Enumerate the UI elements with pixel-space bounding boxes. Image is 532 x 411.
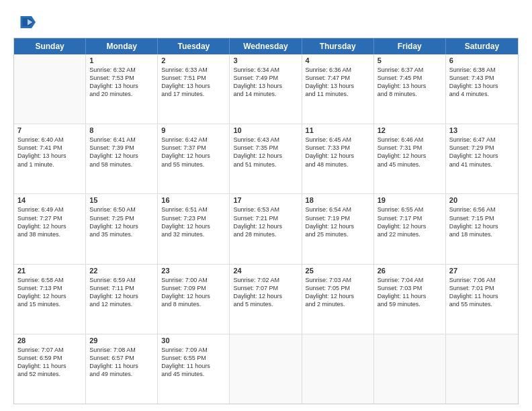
cell-info-line: and 59 minutes. <box>378 300 442 308</box>
cell-info-line: Sunrise: 7:08 AM <box>89 346 154 354</box>
calendar-cell-4: 4Sunrise: 6:36 AMSunset: 7:47 PMDaylight… <box>302 54 374 124</box>
cell-info-line: Daylight: 12 hours <box>306 222 370 230</box>
calendar-cell-14: 14Sunrise: 6:49 AMSunset: 7:27 PMDayligh… <box>14 194 86 263</box>
cell-info-line: and 25 minutes. <box>306 230 370 238</box>
calendar-cell-empty-5 <box>374 334 446 404</box>
logo <box>13 12 36 32</box>
cell-info-line: Sunrise: 7:00 AM <box>161 276 226 284</box>
cell-info-line: and 38 minutes. <box>17 230 82 238</box>
day-number: 29 <box>89 336 154 345</box>
cell-info-line: Sunrise: 6:42 AM <box>161 136 226 144</box>
cell-info-line: Daylight: 12 hours <box>233 292 298 300</box>
cell-info-line: and 41 minutes. <box>449 161 515 169</box>
cell-info-line: Sunset: 7:09 PM <box>161 284 226 292</box>
cell-info-line: Sunrise: 6:47 AM <box>449 136 515 144</box>
cell-info-line: and 35 minutes. <box>89 230 154 238</box>
cell-info-line: Sunrise: 6:36 AM <box>306 66 370 74</box>
calendar-cell-21: 21Sunrise: 6:58 AMSunset: 7:13 PMDayligh… <box>14 265 86 334</box>
calendar-cell-28: 28Sunrise: 7:07 AMSunset: 6:59 PMDayligh… <box>14 334 86 404</box>
day-number: 4 <box>306 56 370 64</box>
cell-info-line: Daylight: 12 hours <box>449 152 515 160</box>
cell-info-line: and 17 minutes. <box>161 90 226 98</box>
day-number: 7 <box>17 126 82 134</box>
calendar-cell-6: 6Sunrise: 6:38 AMSunset: 7:43 PMDaylight… <box>446 54 518 124</box>
cell-info-line: Daylight: 12 hours <box>449 222 515 230</box>
calendar-cell-19: 19Sunrise: 6:55 AMSunset: 7:17 PMDayligh… <box>374 194 446 263</box>
calendar-cell-12: 12Sunrise: 6:46 AMSunset: 7:31 PMDayligh… <box>374 124 446 193</box>
cell-info-line: and 11 minutes. <box>306 90 370 98</box>
cell-info-line: and 52 minutes. <box>17 370 82 378</box>
header-day-wednesday: Wednesday <box>230 38 302 54</box>
cell-info-line: Sunrise: 6:46 AM <box>378 136 442 144</box>
cell-info-line: Sunset: 7:01 PM <box>449 284 515 292</box>
cell-info-line: Sunrise: 7:02 AM <box>233 276 298 284</box>
cell-info-line: Sunrise: 6:58 AM <box>17 276 82 284</box>
cell-info-line: Daylight: 13 hours <box>449 82 515 90</box>
cell-info-line: Sunset: 7:41 PM <box>17 144 82 152</box>
cell-info-line: and 58 minutes. <box>89 161 154 169</box>
cell-info-line: Sunrise: 6:33 AM <box>161 66 226 74</box>
cell-info-line: and 8 minutes. <box>161 300 226 308</box>
cell-info-line: Sunset: 7:35 PM <box>233 144 298 152</box>
day-number: 3 <box>233 56 298 64</box>
cell-info-line: Sunset: 7:19 PM <box>306 214 370 222</box>
cell-info-line: Sunrise: 6:59 AM <box>89 276 154 284</box>
day-number: 27 <box>449 267 515 275</box>
calendar-cell-8: 8Sunrise: 6:41 AMSunset: 7:39 PMDaylight… <box>86 124 158 193</box>
cell-info-line: Sunset: 7:03 PM <box>378 284 442 292</box>
day-number: 11 <box>306 126 370 134</box>
cell-info-line: Daylight: 12 hours <box>89 292 154 300</box>
day-number: 8 <box>89 126 154 134</box>
cell-info-line: Daylight: 12 hours <box>306 152 370 160</box>
calendar-cell-9: 9Sunrise: 6:42 AMSunset: 7:37 PMDaylight… <box>158 124 230 193</box>
day-number: 5 <box>378 56 442 64</box>
calendar-week-5: 28Sunrise: 7:07 AMSunset: 6:59 PMDayligh… <box>14 334 518 404</box>
day-number: 21 <box>17 267 82 275</box>
cell-info-line: and 45 minutes. <box>378 161 442 169</box>
cell-info-line: and 55 minutes. <box>449 300 515 308</box>
cell-info-line: and 18 minutes. <box>449 230 515 238</box>
cell-info-line: Sunset: 7:13 PM <box>17 284 82 292</box>
cell-info-line: Daylight: 11 hours <box>89 362 154 370</box>
cell-info-line: Sunrise: 6:56 AM <box>449 205 515 214</box>
cell-info-line: Sunset: 7:23 PM <box>161 214 226 222</box>
day-number: 23 <box>161 267 226 275</box>
cell-info-line: Sunrise: 6:54 AM <box>306 205 370 214</box>
cell-info-line: Sunrise: 6:45 AM <box>306 136 370 144</box>
cell-info-line: Sunset: 7:17 PM <box>378 214 442 222</box>
cell-info-line: Daylight: 12 hours <box>17 222 82 230</box>
day-number: 25 <box>306 267 370 275</box>
cell-info-line: Sunset: 7:05 PM <box>306 284 370 292</box>
calendar-week-3: 14Sunrise: 6:49 AMSunset: 7:27 PMDayligh… <box>14 194 518 264</box>
day-number: 18 <box>306 196 370 204</box>
cell-info-line: and 15 minutes. <box>17 300 82 308</box>
cell-info-line: and 28 minutes. <box>233 230 298 238</box>
cell-info-line: Sunset: 7:45 PM <box>378 74 442 82</box>
cell-info-line: Daylight: 12 hours <box>378 222 442 230</box>
day-number: 30 <box>161 336 226 345</box>
day-number: 16 <box>161 196 226 204</box>
cell-info-line: and 12 minutes. <box>89 300 154 308</box>
day-number: 9 <box>161 126 226 134</box>
cell-info-line: Daylight: 12 hours <box>161 292 226 300</box>
cell-info-line: Daylight: 11 hours <box>449 292 515 300</box>
cell-info-line: Sunset: 7:47 PM <box>306 74 370 82</box>
cell-info-line: Daylight: 12 hours <box>161 222 226 230</box>
cell-info-line: Daylight: 11 hours <box>17 362 82 370</box>
cell-info-line: Sunrise: 6:53 AM <box>233 205 298 214</box>
cell-info-line: Sunset: 7:39 PM <box>89 144 154 152</box>
calendar-cell-10: 10Sunrise: 6:43 AMSunset: 7:35 PMDayligh… <box>230 124 302 193</box>
day-number: 19 <box>378 196 442 204</box>
cell-info-line: Sunset: 7:11 PM <box>89 284 154 292</box>
cell-info-line: Sunrise: 6:40 AM <box>17 136 82 144</box>
cell-info-line: and 2 minutes. <box>306 300 370 308</box>
calendar-cell-13: 13Sunrise: 6:47 AMSunset: 7:29 PMDayligh… <box>446 124 518 193</box>
cell-info-line: Sunrise: 6:37 AM <box>378 66 442 74</box>
day-number: 12 <box>378 126 442 134</box>
cell-info-line: Sunset: 7:49 PM <box>233 74 298 82</box>
calendar-cell-empty-6 <box>446 334 518 404</box>
cell-info-line: Sunrise: 6:43 AM <box>233 136 298 144</box>
day-number: 24 <box>233 267 298 275</box>
header-day-friday: Friday <box>374 38 446 54</box>
calendar-cell-empty-3 <box>230 334 302 404</box>
